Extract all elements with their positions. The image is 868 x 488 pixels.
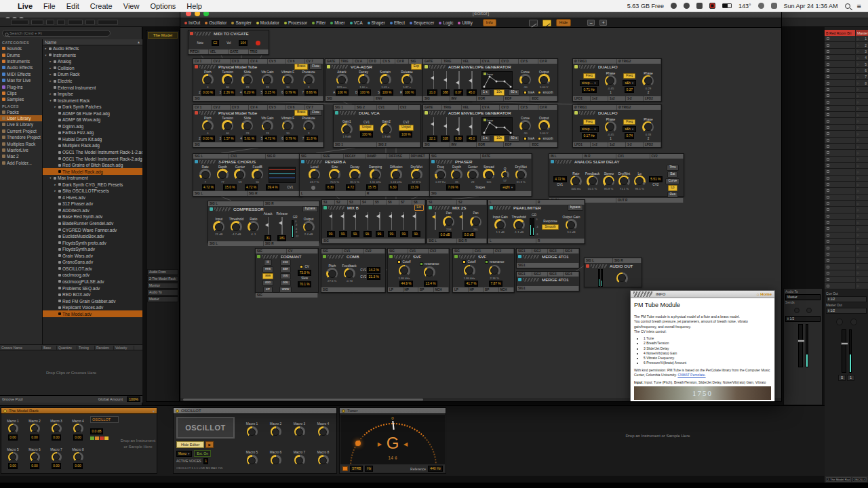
fader-handle-icon[interactable] (456, 81, 459, 85)
clip-stop-icon[interactable] (827, 113, 829, 116)
clip-stop-icon[interactable] (827, 50, 829, 53)
list-item[interactable]: Base Red Synth.adv (43, 214, 142, 220)
port-12[interactable]: 1-2 (626, 96, 644, 101)
knob[interactable]: Output Gain3.0 dB (562, 216, 580, 234)
chain-device-name[interactable]: OSCILLOT (90, 416, 119, 423)
list-item[interactable]: ▸Dark Synth Patches (43, 104, 142, 110)
device-tuner[interactable]: Tuner ⓧ 0 ▶ G ◀ 14 ¢ STRB Hz Reference 4… (339, 407, 446, 474)
port-sig1[interactable]: SIG1 (517, 272, 532, 277)
clip-slot[interactable] (825, 49, 855, 55)
port-strip[interactable]: LFO11+21x21-2LFO2 (573, 96, 661, 101)
knob[interactable]: Depth77 (216, 165, 229, 184)
port-strip[interactable]: SIGRATE (430, 154, 532, 159)
knob-dial[interactable] (309, 169, 320, 180)
close-device-icon[interactable]: ⓧ (439, 408, 443, 414)
port-sigr[interactable]: SIG R (613, 258, 642, 263)
value-field[interactable]: 104 (239, 40, 248, 46)
clip-slot[interactable] (825, 226, 855, 232)
list-item[interactable]: ▸Analog (43, 58, 142, 65)
fader-handle-icon[interactable] (353, 214, 356, 218)
knob[interactable]: Damping1.11 kHz (369, 165, 382, 184)
scene-play-icon[interactable]: ▷ (857, 132, 859, 136)
info-button[interactable]: Info (483, 19, 496, 26)
knob[interactable]: Stereo85.8 % (603, 172, 615, 190)
device-oscillot[interactable]: OSCILLOT ⓧ OSCiLLOT Hide Editor ▶ Mono ▼… (173, 407, 337, 474)
knob-dial[interactable] (370, 169, 381, 180)
module-peak-limiter[interactable]: LRPEAKLIMITERbypassInput Gain1.1 dBThres… (488, 199, 585, 244)
fader-slider[interactable] (431, 117, 437, 135)
macro-dial[interactable] (247, 455, 258, 466)
port-strip[interactable]: LR (488, 200, 585, 205)
header-button-bypass[interactable]: bypass (568, 205, 583, 211)
port-eoc[interactable]: EOC (530, 142, 557, 147)
port-lfo2[interactable]: LFO2 (644, 142, 661, 147)
module-header[interactable]: FORMANT (256, 253, 318, 260)
module-button-freq[interactable]: Freq (583, 73, 595, 79)
list-item[interactable]: 312 Phaser.adv (43, 201, 142, 207)
port-strip[interactable]: GATETRIGVELCV ACV DCV SCV R (423, 59, 557, 64)
port-env[interactable]: ENV (374, 96, 423, 101)
port-sig[interactable]: SIG (322, 239, 425, 243)
value-field[interactable]: 8.66 % (304, 89, 318, 96)
value-field[interactable]: 0.79 % (284, 89, 298, 96)
clip-stop-icon[interactable] (827, 240, 829, 243)
clip-slot[interactable] (825, 80, 855, 86)
value-field[interactable]: 100 % (380, 89, 393, 96)
list-item[interactable]: ▸Dark Synth CYG_RED Presets (43, 181, 142, 188)
fader-handle-icon[interactable] (329, 214, 332, 218)
send-a-knob[interactable] (793, 306, 802, 314)
port-s6[interactable]: S6 (387, 200, 399, 205)
header-button-lin[interactable]: Lin (414, 205, 424, 211)
macro-dial[interactable] (52, 424, 62, 434)
knob-dial[interactable] (349, 169, 361, 180)
port-cva[interactable]: CV A (481, 59, 500, 64)
macro-dial[interactable] (8, 452, 18, 462)
toggle-insa[interactable]: InsA (524, 91, 534, 94)
scene-play-icon[interactable]: ▷ (857, 145, 859, 148)
module-button-eea[interactable]: eea (262, 266, 273, 272)
module-button-10s[interactable]: 10s (494, 136, 505, 142)
module-button-unipol[interactable]: Unipol (359, 125, 374, 131)
clip-slot[interactable] (825, 169, 855, 175)
port-strip[interactable]: SIGCV1CV2 (321, 249, 385, 253)
value-field[interactable]: 0.00 (454, 136, 463, 142)
knob[interactable]: Center29 (467, 165, 479, 184)
knob-dial[interactable] (217, 169, 229, 180)
knob[interactable]: Dry/Wet57.9 % (410, 165, 422, 184)
fader-slider[interactable] (353, 212, 359, 230)
port-sig1[interactable]: SIG 1 (334, 142, 377, 147)
dropdown-select[interactable]: s&h ▼ (623, 80, 636, 86)
scene-slot[interactable]: ▷ (856, 118, 868, 124)
port-strip[interactable]: SIG (193, 142, 323, 147)
module-audio-out[interactable]: SIG LSIG RAUDIO OUT (584, 258, 642, 287)
scene-play-icon[interactable]: ▷ (857, 125, 859, 129)
module-phaser[interactable]: SIGRATEPHASERFreq0.87 HzDepth35Center29S… (429, 153, 532, 197)
list-item[interactable]: ▸Silta OSCILLOTPresets (43, 188, 142, 195)
module-vca-adsr[interactable]: GATETRIGCV ACV DCV SCV RSIGVCA-ADSRExpAt… (325, 58, 424, 102)
groove-column-header[interactable]: Groove Name (0, 346, 42, 350)
value-field[interactable]: 99. (388, 231, 396, 237)
master-out-routing[interactable]: ii 1/2 (826, 308, 867, 314)
knob-dial[interactable] (248, 221, 259, 232)
clip-slot[interactable] (825, 36, 855, 42)
value-field[interactable]: 99. (327, 231, 335, 237)
clip-slot[interactable] (825, 99, 855, 105)
scene-slot[interactable]: ▷ (856, 87, 868, 93)
clip-slot[interactable] (825, 68, 855, 74)
knob[interactable]: Input Gain1.1 dB (493, 216, 508, 234)
battery-icon[interactable] (722, 3, 732, 8)
knob[interactable]: Curve-30 (519, 70, 532, 89)
groove-drop-zone[interactable]: Drop Clips or Grooves Here (0, 350, 142, 395)
cue-out-routing[interactable]: ii 1/2 (826, 296, 867, 302)
clip-slot[interactable] (825, 232, 855, 239)
port-inv[interactable]: INV (450, 96, 477, 101)
scene-slot[interactable]: ▷8 (856, 80, 868, 86)
port-strip[interactable]: IN LIN RCV1CV2 (549, 154, 684, 159)
port-trig[interactable]: TRIG (340, 59, 354, 64)
value-field[interactable]: 41.7 % (465, 281, 478, 287)
port-sigl[interactable]: SIG L (208, 201, 264, 206)
scene-slot[interactable]: ▷ (856, 188, 868, 194)
scene-play-icon[interactable]: ▷ (857, 271, 859, 274)
fader-slider[interactable] (443, 71, 450, 89)
list-item[interactable]: ▾Instruments (43, 52, 142, 59)
